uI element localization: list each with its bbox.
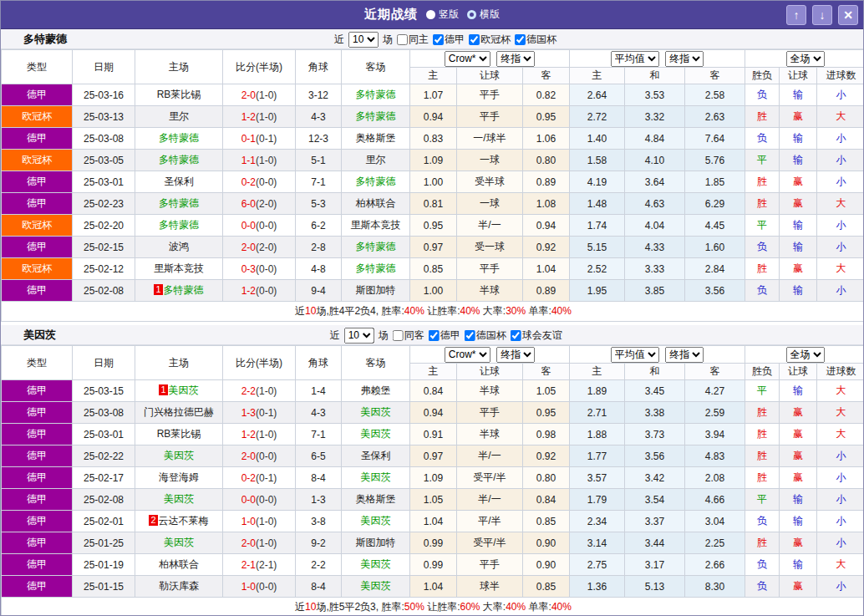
scroll-down-button[interactable]: ↓ <box>812 5 832 25</box>
score-cell: 2-2(1-0) <box>223 380 296 402</box>
league-checkbox-3[interactable]: 球会友谊 <box>509 328 562 343</box>
result-goals: 小 <box>817 215 864 237</box>
recent-count-select[interactable]: 10 <box>344 328 374 344</box>
summary-segment: 单率: <box>526 305 551 317</box>
league-checkbox-2[interactable]: 德国杯 <box>463 328 506 343</box>
titlebar-buttons: ↑ ↓ ✕ <box>786 5 858 25</box>
odds-time-select[interactable]: 终指 <box>496 51 535 67</box>
radio-icon-vertical[interactable] <box>426 10 435 19</box>
checkbox-icon[interactable] <box>397 34 408 45</box>
checkbox-icon[interactable] <box>511 330 521 341</box>
title-bar: 近期战绩 竖版 横版 ↑ ↓ ✕ <box>1 1 863 29</box>
bookmaker-select[interactable]: Crow* <box>445 347 490 363</box>
corner-cell: 5-3 <box>296 193 342 215</box>
result-goals: 大 <box>817 258 864 280</box>
match-date: 25-02-08 <box>73 489 135 511</box>
summary-segment: 大率: <box>480 305 506 317</box>
halftime-score: (1-0) <box>256 429 277 440</box>
odds-away: 0.98 <box>523 424 570 445</box>
match-date: 25-02-01 <box>73 511 135 532</box>
league-checkbox-1[interactable]: 德甲 <box>431 33 465 47</box>
checkbox-icon[interactable] <box>393 330 404 341</box>
result-goals: 大 <box>817 554 864 576</box>
home-team-name: 圣保利 <box>164 176 194 187</box>
league-label: 球会友谊 <box>522 328 562 343</box>
view-option-vertical[interactable]: 竖版 <box>426 8 459 22</box>
league-checkbox-2[interactable]: 欧冠杯 <box>467 33 511 47</box>
recent-count-select[interactable]: 10 <box>348 32 379 48</box>
bookmaker-select[interactable]: Crow* <box>445 51 490 67</box>
summary-segment: 60% <box>460 601 480 613</box>
arrow-up-icon: ↑ <box>794 8 800 22</box>
col-crow-home: 主 <box>410 68 457 84</box>
avg-home: 1.40 <box>570 128 625 150</box>
result-goals: 小 <box>817 489 864 511</box>
result-wdl: 胜 <box>745 445 780 467</box>
odds-away: 0.89 <box>523 280 570 302</box>
view-option-horizontal[interactable]: 横版 <box>467 8 500 22</box>
odds-time-select[interactable]: 终指 <box>496 347 535 363</box>
average-select[interactable]: 平均值 <box>611 51 659 67</box>
score-cell: 2-0(1-0) <box>223 532 296 554</box>
odds-handicap: 平手 <box>457 106 523 128</box>
result-goals: 小 <box>817 532 864 554</box>
avg-time-select[interactable]: 终指 <box>665 51 704 67</box>
avg-away: 3.04 <box>685 511 745 532</box>
scroll-up-button[interactable]: ↑ <box>786 5 806 25</box>
league-checkbox-3[interactable]: 德国杯 <box>513 33 557 47</box>
close-button[interactable]: ✕ <box>838 5 858 25</box>
odds-away: 0.90 <box>523 532 570 554</box>
col-date: 日期 <box>73 346 135 380</box>
odds-home: 1.09 <box>410 467 457 489</box>
fulltime-select[interactable]: 全场 <box>786 347 825 363</box>
checkbox-icon[interactable] <box>465 330 475 341</box>
filter-bar: 近 10 场 同客 德甲 德国杯 球会友谊 <box>330 325 562 345</box>
avg-draw: 3.56 <box>625 445 685 467</box>
checkbox-icon[interactable] <box>433 34 444 45</box>
avg-time-select[interactable]: 终指 <box>665 347 704 363</box>
halftime-score: (0-0) <box>256 176 277 188</box>
same-venue-checkbox[interactable]: 同客 <box>391 328 424 343</box>
home-team-name: 柏林联合 <box>159 558 199 570</box>
match-row: 德甲 25-01-25 美因茨 2-0(1-0) 9-2 斯图加特 0.99 受… <box>2 532 864 554</box>
checkbox-icon[interactable] <box>429 330 440 341</box>
avg-away: 3.94 <box>685 424 745 445</box>
fulltime-score: 1-2 <box>241 111 256 123</box>
home-team-name: 美因茨 <box>164 450 194 461</box>
odds-home: 0.83 <box>410 128 457 150</box>
col-result-goals: 进球数 <box>817 68 864 84</box>
score-cell: 1-2(0-0) <box>223 280 296 302</box>
halftime-score: (1-0) <box>256 537 277 549</box>
filter-prefix: 近 <box>330 328 340 343</box>
league-cell: 德甲 <box>2 489 73 511</box>
home-team-name: 里斯本竞技 <box>154 262 204 274</box>
result-goals: 小 <box>817 467 864 489</box>
match-date: 25-02-20 <box>73 215 135 237</box>
radio-icon-horizontal[interactable] <box>467 10 476 19</box>
league-checkbox-1[interactable]: 德甲 <box>427 328 460 343</box>
away-team-cell: 多特蒙德 <box>342 106 410 128</box>
team-bar: 多特蒙德 近 10 场 同主 德甲 欧冠杯 德国杯 <box>1 29 863 49</box>
arrow-down-icon: ↓ <box>820 8 826 22</box>
col-type: 类型 <box>2 50 73 84</box>
summary-segment: 让胜率: <box>424 305 460 317</box>
average-select[interactable]: 平均值 <box>611 347 659 363</box>
score-cell: 1-2(1-0) <box>223 424 296 445</box>
col-result-wdl: 胜负 <box>745 364 780 380</box>
result-goals: 小 <box>817 128 864 150</box>
score-cell: 6-0(2-0) <box>223 193 296 215</box>
results-body: 德甲 25-03-15 1美因茨 2-2(1-0) 1-4 弗赖堡 0.84 半… <box>2 380 864 598</box>
halftime-score: (2-0) <box>256 198 277 210</box>
odds-home: 0.94 <box>410 402 457 424</box>
checkbox-icon[interactable] <box>515 34 526 45</box>
match-row: 德甲 25-01-15 勒沃库森 1-0(0-0) 8-4 美因茨 1.04 球… <box>2 576 864 598</box>
match-date: 25-03-05 <box>73 150 135 171</box>
avg-draw: 3.32 <box>625 106 685 128</box>
result-goals: 大 <box>817 424 864 445</box>
same-venue-checkbox[interactable]: 同主 <box>395 33 429 47</box>
fulltime-select[interactable]: 全场 <box>786 51 825 67</box>
league-cell: 德甲 <box>2 554 73 576</box>
home-team-cell: 多特蒙德 <box>135 150 223 171</box>
odds-handicap: 一球 <box>457 150 523 171</box>
checkbox-icon[interactable] <box>469 34 480 45</box>
